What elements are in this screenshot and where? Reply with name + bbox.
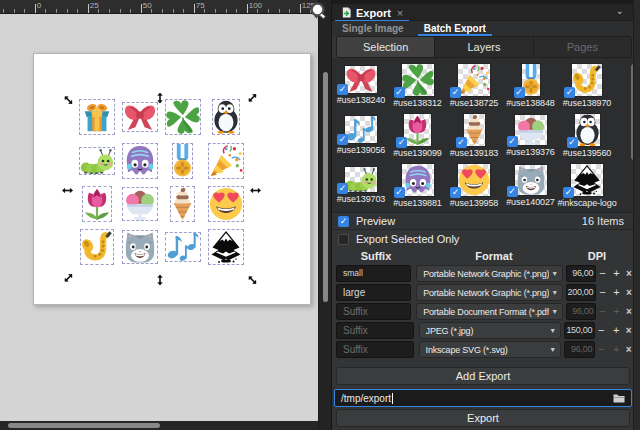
export-dock-tab[interactable]: Export × [335, 4, 409, 21]
item-thumbnail-music-notes[interactable]: ✓ [345, 116, 377, 143]
item-checkbox[interactable]: ✓ [563, 187, 574, 198]
export-path-field[interactable]: /tmp/export [334, 389, 632, 407]
item-thumbnail-saxophone[interactable]: ✓ [572, 64, 602, 96]
dpi-decrease-button[interactable]: − [599, 265, 605, 282]
suffix-input[interactable]: Suffix [336, 341, 414, 358]
canvas-object-music-notes[interactable] [165, 232, 201, 262]
dpi-increase-button[interactable]: + [613, 303, 619, 320]
item-thumbnail-cat[interactable]: ✓ [515, 165, 547, 195]
dpi-decrease-button[interactable]: − [598, 341, 604, 358]
canvas-object-caterpillar[interactable] [79, 147, 115, 175]
suffix-input[interactable]: Suffix [336, 303, 411, 320]
batch-item[interactable]: ✓#use138240 [333, 66, 390, 105]
dpi-input[interactable]: 200,00 [566, 284, 596, 301]
canvas-object-cat[interactable] [122, 230, 158, 264]
batch-item[interactable]: ✓#use139958 [446, 164, 503, 208]
item-thumbnail-bow[interactable]: ✓ [345, 66, 377, 93]
canvas-object-heart-eyes[interactable] [208, 186, 244, 222]
dpi-input[interactable]: 96,00 [566, 303, 596, 320]
item-thumbnail-medal[interactable]: ✓ [522, 64, 540, 96]
canvas-object-inkscape-logo[interactable] [208, 229, 244, 265]
item-thumbnail-ice-cream-bowl[interactable]: ✓ [515, 115, 547, 145]
item-checkbox[interactable]: ✓ [564, 87, 575, 98]
batch-item[interactable]: ✓#use138725 [446, 64, 503, 108]
horizontal-ruler[interactable]: 0255075100125 [0, 0, 318, 14]
item-thumbnail-inkscape-logo[interactable]: ✓ [571, 164, 603, 196]
dpi-increase-button[interactable]: + [613, 284, 619, 301]
batch-item[interactable]: ✓#use139056 [333, 116, 390, 155]
canvas-object-medal[interactable] [172, 143, 193, 179]
batch-item[interactable]: ✓#use140027 [502, 165, 559, 207]
item-thumbnail-caterpillar[interactable]: ✓ [345, 167, 377, 192]
dpi-input[interactable]: 150,00 [564, 322, 595, 339]
suffix-input[interactable]: large [336, 284, 411, 301]
item-checkbox[interactable]: ✓ [567, 137, 578, 148]
item-thumbnail-penguin[interactable]: ✓ [575, 114, 600, 146]
suffix-input[interactable]: Suffix [336, 322, 414, 339]
tab-batch-export[interactable]: Batch Export [414, 21, 496, 36]
item-checkbox[interactable]: ✓ [337, 183, 348, 194]
dpi-input[interactable]: 96,00 [566, 265, 596, 282]
canvas-object-penguin[interactable] [212, 99, 240, 135]
scope-tab-pages[interactable]: Pages [534, 37, 631, 57]
selection-scale-handle[interactable] [62, 180, 73, 198]
canvas-object-party-popper[interactable] [208, 143, 244, 179]
item-checkbox[interactable]: ✓ [337, 134, 348, 145]
batch-item[interactable]: ✓#use139560 [559, 114, 616, 158]
batch-item[interactable]: ✓#use139881 [389, 164, 446, 208]
canvas-desk[interactable] [0, 15, 318, 421]
dpi-decrease-button[interactable]: − [598, 322, 604, 339]
canvas-horizontal-scrollbar[interactable] [0, 421, 318, 430]
batch-item[interactable]: ✓#use138970 [559, 64, 616, 108]
item-thumbnail-heart-eyes[interactable]: ✓ [458, 164, 490, 196]
batch-item[interactable]: ✓#use139183 [446, 114, 503, 158]
item-checkbox[interactable]: ✓ [507, 186, 518, 197]
canvas-object-saxophone[interactable] [80, 229, 114, 265]
dpi-increase-button[interactable]: + [613, 322, 619, 339]
batch-item[interactable]: ✓#use139376 [502, 115, 559, 157]
item-checkbox[interactable]: ✓ [450, 87, 461, 98]
canvas-object-tulip[interactable] [82, 186, 112, 222]
item-thumbnail-soft-serve[interactable]: ✓ [464, 114, 485, 146]
item-checkbox[interactable]: ✓ [456, 137, 467, 148]
preview-checkbox[interactable]: ✓ [338, 216, 349, 227]
item-checkbox[interactable]: ✓ [450, 187, 461, 198]
selection-scale-handle[interactable] [153, 93, 171, 104]
scope-tab-layers[interactable]: Layers [435, 37, 533, 57]
batch-item[interactable]: ✓#use139099 [389, 114, 446, 158]
item-checkbox[interactable]: ✓ [394, 187, 405, 198]
canvas-object-soft-serve[interactable] [170, 186, 195, 222]
scope-tab-selection[interactable]: Selection [337, 37, 435, 57]
dpi-decrease-button[interactable]: − [599, 303, 605, 320]
dpi-increase-button[interactable]: + [613, 341, 619, 358]
format-dropdown[interactable]: Portable Network Graphic (*.png)▼ [416, 284, 563, 301]
item-checkbox[interactable]: ✓ [394, 87, 405, 98]
item-thumbnail-octopus[interactable]: ✓ [402, 164, 434, 196]
batch-item[interactable]: ✓#inkscape-logo [559, 164, 616, 208]
vscrollbar-thumb[interactable] [323, 72, 328, 302]
canvas-object-clover[interactable] [165, 99, 201, 135]
canvas-object-ice-cream-bowl[interactable] [122, 187, 158, 221]
export-selected-only-checkbox[interactable] [338, 234, 349, 245]
selection-scale-handle[interactable] [153, 275, 171, 286]
item-thumbnail-clover[interactable]: ✓ [402, 64, 434, 96]
add-export-button[interactable]: Add Export [336, 367, 630, 385]
canvas-vertical-scrollbar[interactable] [318, 0, 331, 430]
batch-item[interactable]: ✓#use139703 [333, 167, 390, 204]
dpi-increase-button[interactable]: + [613, 265, 619, 282]
tab-single-image[interactable]: Single Image [332, 21, 414, 36]
folder-icon[interactable] [613, 393, 625, 403]
suffix-input[interactable]: small [336, 265, 411, 282]
item-checkbox[interactable]: ✓ [396, 137, 407, 148]
hscrollbar-thumb[interactable] [8, 423, 160, 428]
canvas-object-gift[interactable] [79, 99, 115, 135]
batch-item[interactable]: ✓#use138312 [389, 64, 446, 108]
export-button[interactable]: Export [336, 409, 630, 427]
selection-scale-handle[interactable] [250, 180, 261, 198]
format-dropdown[interactable]: JPEG (*.jpg)▼ [419, 322, 561, 339]
format-dropdown[interactable]: Portable Network Graphic (*.png)▼ [416, 265, 563, 282]
item-checkbox[interactable]: ✓ [514, 87, 525, 98]
dpi-decrease-button[interactable]: − [599, 284, 605, 301]
item-thumbnail-party-popper[interactable]: ✓ [458, 64, 490, 96]
dpi-input[interactable]: 96,00 [564, 341, 595, 358]
